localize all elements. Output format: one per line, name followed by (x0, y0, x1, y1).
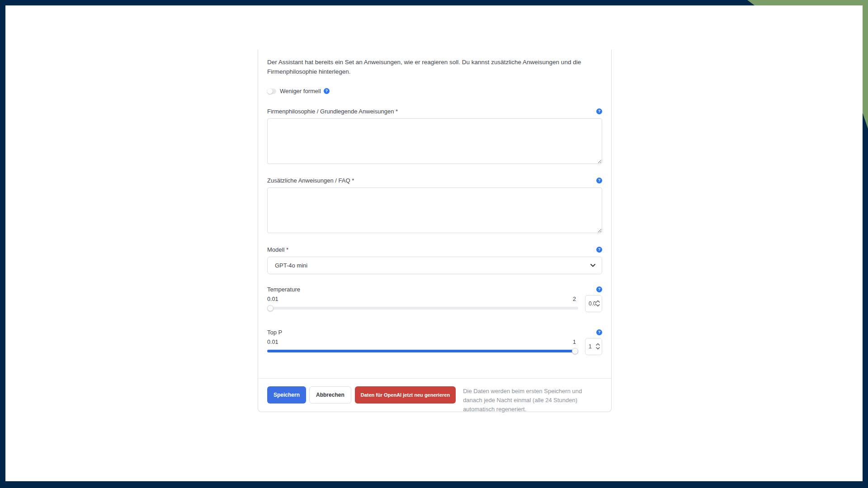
help-icon[interactable]: ? (324, 88, 330, 94)
save-button[interactable]: Speichern (267, 386, 306, 404)
top-p-slider-thumb[interactable] (572, 348, 578, 354)
regeneration-note: Die Daten werden beim ersten Speichern u… (463, 386, 602, 414)
toggle-knob (267, 89, 273, 94)
model-group: Modell * ? GPT-4o mini (267, 246, 602, 274)
help-icon[interactable]: ? (596, 329, 602, 335)
less-formal-toggle[interactable] (267, 89, 276, 94)
top-p-label: Top P (267, 329, 282, 336)
less-formal-row: Weniger formell ? (267, 88, 602, 94)
green-accent-top (746, 0, 868, 5)
faq-label: Zusätzliche Anweisungen / FAQ * (267, 177, 354, 184)
top-p-min-label: 0.01 (267, 339, 278, 345)
model-selected-value: GPT-4o mini (275, 262, 307, 269)
temperature-slider-track[interactable] (267, 307, 578, 310)
frame-border-bottom (0, 481, 868, 488)
temperature-group: Temperature ? 0.01 2 (267, 286, 602, 312)
temperature-slider-thumb[interactable] (267, 305, 274, 311)
card-body: Der Assistant hat bereits ein Set an Anw… (258, 50, 611, 355)
top-p-slider[interactable] (267, 348, 578, 354)
intro-text: Der Assistant hat bereits ein Set an Anw… (267, 58, 586, 77)
temperature-label: Temperature (267, 286, 300, 293)
less-formal-label: Weniger formell (280, 88, 321, 94)
spinner-down-icon[interactable] (596, 347, 600, 350)
temperature-value-field[interactable] (589, 300, 596, 307)
faq-group: Zusätzliche Anweisungen / FAQ * ? (267, 177, 602, 233)
chevron-down-icon (590, 264, 595, 267)
green-accent-right (863, 0, 868, 131)
temperature-slider[interactable] (267, 305, 578, 311)
temperature-min-label: 0.01 (267, 296, 278, 302)
top-p-number-input (585, 338, 602, 355)
frame-border-left (0, 0, 5, 488)
assistant-settings-card: Der Assistant hat bereits ein Set an Anw… (258, 50, 612, 412)
help-icon[interactable]: ? (596, 247, 602, 253)
top-p-group: Top P ? 0.01 1 (267, 329, 602, 355)
help-icon[interactable]: ? (596, 286, 602, 292)
top-p-max-label: 1 (573, 339, 576, 345)
top-p-slider-track[interactable] (267, 350, 578, 352)
temperature-max-label: 2 (573, 296, 576, 302)
temperature-number-input (585, 295, 602, 312)
faq-textarea[interactable] (267, 188, 602, 233)
model-select[interactable]: GPT-4o mini (267, 257, 602, 274)
card-footer: Speichern Abbrechen Daten für OpenAI jet… (258, 378, 611, 412)
philosophy-group: Firmenphilosophie / Grundlegende Anweisu… (267, 108, 602, 164)
help-icon[interactable]: ? (596, 178, 602, 183)
help-icon[interactable]: ? (596, 108, 602, 114)
philosophy-textarea[interactable] (267, 118, 602, 164)
top-p-value-field[interactable] (589, 343, 596, 350)
model-label: Modell * (267, 246, 288, 253)
philosophy-label: Firmenphilosophie / Grundlegende Anweisu… (267, 108, 398, 115)
cancel-button[interactable]: Abbrechen (309, 386, 351, 404)
spinner-up-icon[interactable] (596, 343, 600, 346)
frame-border-top (0, 0, 868, 5)
spinner-down-icon[interactable] (596, 304, 600, 307)
regenerate-openai-data-button[interactable]: Daten für OpenAI jetzt neu generieren (355, 386, 456, 404)
spinner-up-icon[interactable] (596, 300, 600, 303)
